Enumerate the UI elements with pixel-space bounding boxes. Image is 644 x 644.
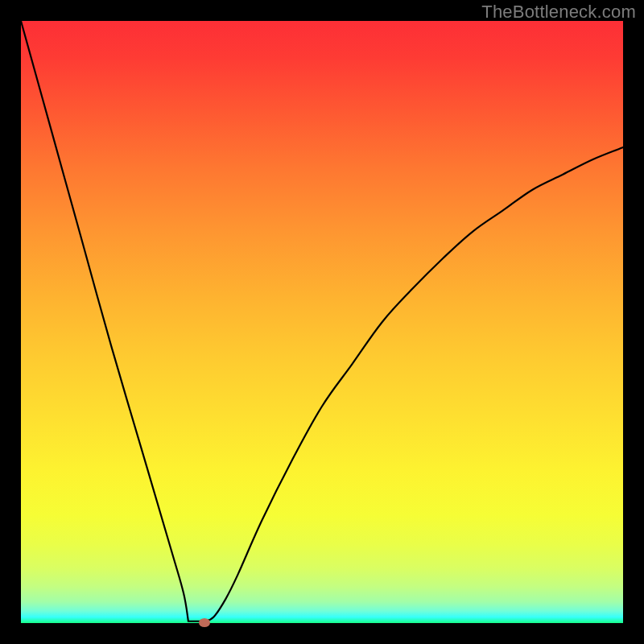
bottleneck-curve <box>21 21 623 623</box>
curve-path <box>21 21 623 621</box>
watermark-text: TheBottleneck.com <box>481 2 636 23</box>
chart-frame: TheBottleneck.com <box>0 0 644 644</box>
minimum-marker-dot <box>199 618 210 627</box>
